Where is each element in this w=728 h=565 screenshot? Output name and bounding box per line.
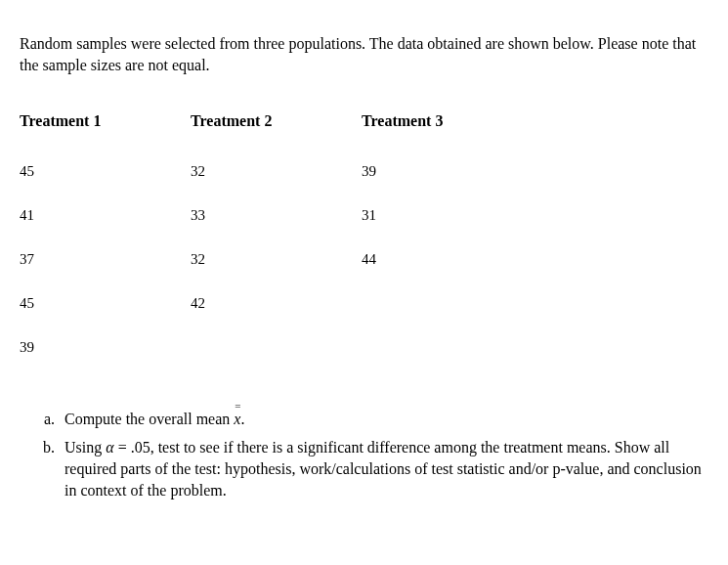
- cell: 33: [191, 194, 362, 238]
- table-row: 37 32 44: [20, 238, 533, 282]
- question-b-text-post: = .05, test to see if there is a signifi…: [64, 439, 702, 500]
- col-header-1: Treatment 1: [20, 105, 191, 150]
- question-a: Compute the overall mean =x.: [59, 409, 708, 430]
- question-b: Using α = .05, test to see if there is a…: [59, 437, 708, 502]
- question-b-text-pre: Using: [64, 439, 106, 456]
- table-row: 39: [20, 326, 533, 369]
- col-header-2: Treatment 2: [191, 105, 362, 150]
- cell: 45: [20, 150, 191, 194]
- cell: 37: [20, 238, 191, 282]
- cell: 44: [362, 238, 533, 282]
- table-row: 45 32 39: [20, 150, 533, 194]
- cell: 32: [191, 238, 362, 282]
- intro-text: Random samples were selected from three …: [20, 33, 708, 77]
- col-header-3: Treatment 3: [362, 105, 533, 150]
- cell: 45: [20, 282, 191, 326]
- cell: [362, 282, 533, 326]
- cell: 39: [362, 150, 533, 194]
- table-row: 45 42: [20, 282, 533, 326]
- treatment-data-table: Treatment 1 Treatment 2 Treatment 3 45 3…: [20, 105, 533, 369]
- cell: 39: [20, 326, 191, 369]
- cell: 31: [362, 194, 533, 238]
- table-row: 41 33 31: [20, 194, 533, 238]
- cell: 42: [191, 282, 362, 326]
- cell: 32: [191, 150, 362, 194]
- cell: [362, 326, 533, 369]
- alpha-symbol: α: [106, 439, 113, 456]
- cell: 41: [20, 194, 191, 238]
- x-double-bar-icon: =x: [234, 412, 240, 427]
- question-a-text-pre: Compute the overall mean: [64, 411, 234, 427]
- cell: [191, 326, 362, 369]
- question-list: Compute the overall mean =x. Using α = .…: [20, 409, 708, 502]
- question-a-text-post: .: [240, 411, 244, 427]
